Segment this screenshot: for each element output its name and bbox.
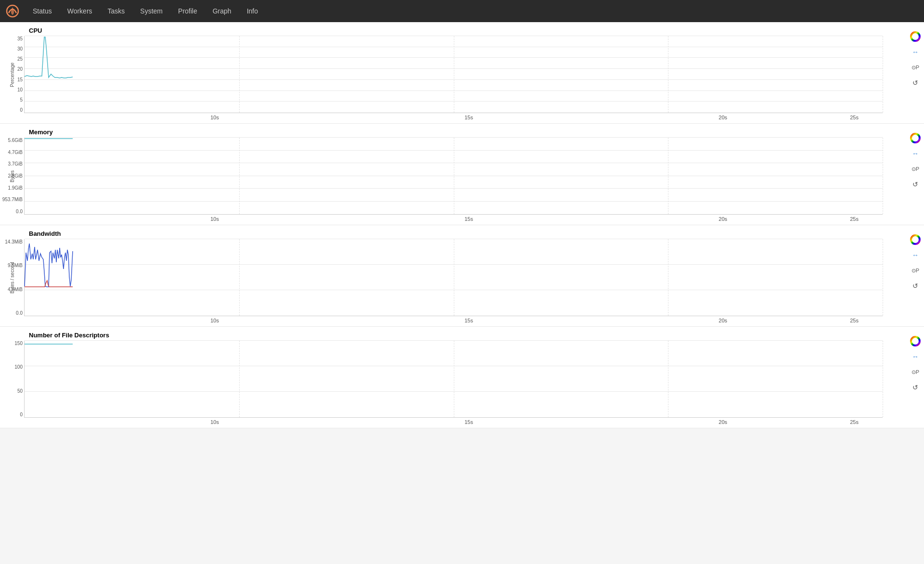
color-wheel-btn-file-descriptors[interactable] [909, 334, 922, 348]
y-tick-cpu: 0 [0, 107, 23, 113]
chart-section-cpu: CPUPercentage0510152025303510s15s20s25s … [0, 22, 924, 124]
y-tick-file-descriptors: 100 [0, 364, 23, 370]
x-tick-bandwidth-1: 15s [342, 318, 596, 323]
y-tick-cpu: 20 [0, 66, 23, 72]
expand-btn-cpu[interactable]: ↔ [909, 45, 922, 59]
chart-section-bandwidth: BandwidthBytes / second0.04.8MiB9.5MiB14… [0, 225, 924, 327]
chart-title-bandwidth: Bandwidth [0, 230, 883, 237]
chart-svg-cpu [25, 36, 883, 113]
pan-btn-cpu[interactable]: ⊙P [909, 61, 922, 74]
y-tick-cpu: 10 [0, 87, 23, 92]
y-tick-memory: 4.7GiB [0, 150, 23, 155]
expand-btn-bandwidth[interactable]: ↔ [909, 248, 922, 262]
y-tick-bandwidth: 9.5MiB [0, 263, 23, 268]
main-content: CPUPercentage0510152025303510s15s20s25s … [0, 22, 924, 428]
chart-title-memory: Memory [0, 128, 883, 136]
chart-controls-cpu: ↔⊙P↺ [907, 27, 924, 123]
y-tick-memory: 2.8GiB [0, 173, 23, 179]
color-wheel-btn-memory[interactable] [909, 131, 922, 145]
y-tick-memory: 953.7MiB [0, 197, 23, 202]
y-tick-memory: 3.7GiB [0, 161, 23, 167]
pan-btn-bandwidth[interactable]: ⊙P [909, 264, 922, 277]
chart-inner-bandwidth: 0.04.8MiB9.5MiB14.3MiB [24, 239, 883, 316]
y-tick-memory: 1.9GiB [0, 185, 23, 191]
nav-tasks[interactable]: Tasks [101, 5, 132, 17]
y-tick-cpu: 25 [0, 56, 23, 62]
app-logo [5, 3, 20, 19]
reset-btn-bandwidth[interactable]: ↺ [909, 279, 922, 293]
chart-controls-bandwidth: ↔⊙P↺ [907, 230, 924, 326]
chart-svg-memory [25, 138, 883, 214]
y-tick-bandwidth: 14.3MiB [0, 239, 23, 244]
x-tick-bandwidth-0: 10s [88, 318, 342, 323]
reset-btn-memory[interactable]: ↺ [909, 178, 922, 191]
color-wheel-btn-cpu[interactable] [909, 30, 922, 43]
chart-controls-memory: ↔⊙P↺ [907, 128, 924, 225]
x-tick-file-descriptors-1: 15s [342, 419, 596, 425]
y-tick-cpu: 35 [0, 36, 23, 41]
chart-inner-memory: 0.0953.7MiB1.9GiB2.8GiB3.7GiB4.7GiB5.6Gi… [24, 138, 883, 215]
x-tick-memory-3: 25s [850, 216, 859, 222]
chart-controls-file-descriptors: ↔⊙P↺ [907, 332, 924, 428]
expand-btn-file-descriptors[interactable]: ↔ [909, 350, 922, 363]
chart-inner-cpu: 05101520253035 [24, 36, 883, 113]
y-tick-file-descriptors: 0 [0, 412, 23, 417]
y-tick-bandwidth: 4.8MiB [0, 287, 23, 292]
x-tick-cpu-2: 20s [596, 115, 850, 120]
chart-section-memory: MemoryBytes0.0953.7MiB1.9GiB2.8GiB3.7GiB… [0, 124, 924, 225]
expand-btn-memory[interactable]: ↔ [909, 147, 922, 160]
chart-section-file-descriptors: Number of File Descriptors05010015010s15… [0, 327, 924, 428]
nav-status[interactable]: Status [26, 5, 59, 17]
svg-point-4 [913, 136, 918, 141]
y-tick-cpu: 15 [0, 77, 23, 82]
x-tick-cpu-0: 10s [88, 115, 342, 120]
chart-title-cpu: CPU [0, 27, 883, 34]
pan-btn-memory[interactable]: ⊙P [909, 162, 922, 176]
chart-svg-file-descriptors [25, 341, 883, 417]
y-tick-file-descriptors: 150 [0, 341, 23, 346]
x-tick-file-descriptors-3: 25s [850, 419, 859, 425]
navbar: Status Workers Tasks System Profile Grap… [0, 0, 924, 22]
nav-system[interactable]: System [133, 5, 169, 17]
chart-inner-file-descriptors: 050100150 [24, 341, 883, 418]
nav-workers[interactable]: Workers [61, 5, 99, 17]
svg-point-8 [913, 339, 918, 344]
y-tick-bandwidth: 0.0 [0, 310, 23, 316]
reset-btn-cpu[interactable]: ↺ [909, 76, 922, 90]
x-tick-file-descriptors-2: 20s [596, 419, 850, 425]
color-wheel-btn-bandwidth[interactable] [909, 233, 922, 246]
x-tick-file-descriptors-0: 10s [88, 419, 342, 425]
nav-profile[interactable]: Profile [171, 5, 204, 17]
nav-graph[interactable]: Graph [206, 5, 238, 17]
y-tick-file-descriptors: 50 [0, 388, 23, 394]
svg-point-2 [913, 34, 918, 39]
y-tick-memory: 5.6GiB [0, 138, 23, 143]
x-tick-memory-2: 20s [596, 216, 850, 222]
reset-btn-file-descriptors[interactable]: ↺ [909, 381, 922, 394]
pan-btn-file-descriptors[interactable]: ⊙P [909, 365, 922, 379]
chart-svg-bandwidth [25, 239, 883, 316]
x-tick-memory-1: 15s [342, 216, 596, 222]
y-tick-cpu: 5 [0, 97, 23, 103]
chart-title-file-descriptors: Number of File Descriptors [0, 332, 883, 339]
svg-point-6 [913, 237, 918, 242]
y-tick-cpu: 30 [0, 46, 23, 51]
x-tick-bandwidth-3: 25s [850, 318, 859, 323]
x-tick-cpu-3: 25s [850, 115, 859, 120]
y-tick-memory: 0.0 [0, 209, 23, 214]
x-tick-bandwidth-2: 20s [596, 318, 850, 323]
x-tick-cpu-1: 15s [342, 115, 596, 120]
nav-info[interactable]: Info [240, 5, 265, 17]
x-tick-memory-0: 10s [88, 216, 342, 222]
